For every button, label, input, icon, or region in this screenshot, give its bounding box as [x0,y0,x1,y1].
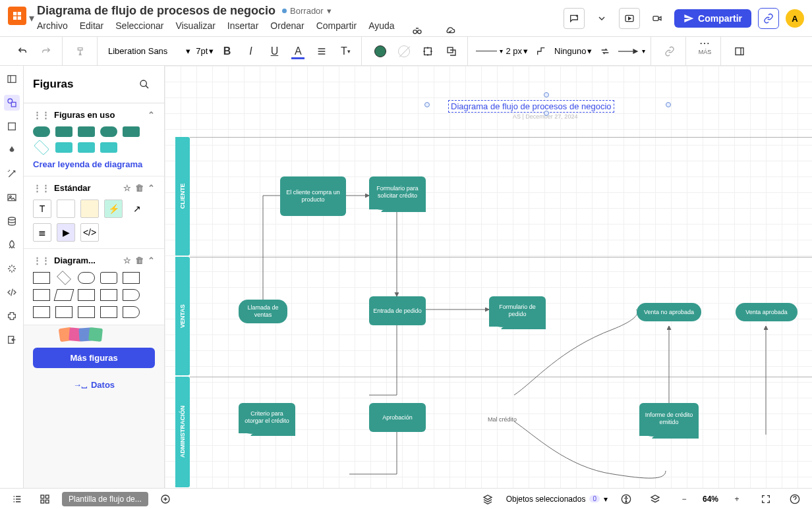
lane-ventas[interactable]: VENTAS [175,257,190,375]
layers-icon[interactable] [477,489,498,510]
no-fill-button[interactable] [393,41,415,62]
underline-button[interactable]: U [264,41,285,62]
rail-rocket-icon[interactable] [4,237,20,253]
node-venta-no-aprobada[interactable]: Venta no aprobada [637,303,701,321]
rail-container-icon[interactable] [4,119,20,134]
text-color-button[interactable]: A [287,41,308,62]
shape-swatch[interactable] [78,142,95,153]
flow-shape[interactable] [78,272,95,284]
list-tool[interactable]: ≣ [33,223,51,242]
drag-handle-icon[interactable]: ⋮⋮ [33,255,50,265]
copy-link-button[interactable] [758,8,779,29]
flow-shape[interactable] [33,272,50,284]
line-tool[interactable]: ↗ [128,200,146,218]
zoom-out-button[interactable]: − [674,489,695,510]
bold-button[interactable]: B [216,41,237,62]
node-formulario-pedido[interactable]: Formulario de pedido [489,296,546,325]
node-llamada-ventas[interactable]: Llamada de ventas [239,300,287,323]
redo-button[interactable] [36,41,57,62]
outline-view-icon[interactable] [7,489,28,510]
node-entrada-pedido[interactable]: Entrada de pedido [369,296,426,325]
trash-icon[interactable]: 🗑 [135,255,144,265]
document-title[interactable]: Diagrama de flujo de procesos de negocio [37,4,276,18]
rail-plugin-icon[interactable] [4,308,20,324]
node-informe-credito[interactable]: Informe de crédito emitido [639,403,699,435]
help-button[interactable] [784,489,805,510]
rail-panel-icon[interactable] [4,71,20,87]
font-size-select[interactable]: 7pt▾ [196,46,214,56]
flow-shape[interactable] [100,289,117,301]
add-page-button[interactable] [155,489,176,510]
flow-shape[interactable] [123,306,140,318]
rect-tool[interactable] [57,200,75,218]
collapse-icon[interactable]: ⌃ [148,183,155,193]
shape-swatch[interactable] [55,142,72,153]
rail-sparkle-icon[interactable] [4,261,20,277]
zoom-level[interactable]: 64% [703,495,718,504]
lane-admin[interactable]: ADMINISTRACIÓN [175,377,190,487]
node-cliente-compra[interactable]: El cliente compra un producto [280,176,346,216]
collapse-icon[interactable]: ⌃ [148,255,155,265]
flow-shape[interactable] [100,306,117,318]
drag-handle-icon[interactable]: ⋮⋮ [33,183,50,193]
shape-options-button[interactable] [417,41,438,62]
undo-button[interactable] [12,41,33,62]
media-tool[interactable]: ▶ [57,223,75,242]
rail-import-icon[interactable] [4,332,20,348]
selection-handle[interactable] [544,111,549,116]
node-criterio-credito[interactable]: Criterio para otorgar el crédito [239,403,295,432]
record-button[interactable] [647,8,668,29]
flow-shape[interactable] [57,271,71,285]
zoom-in-button[interactable]: + [726,489,747,510]
selection-handle[interactable] [544,92,549,97]
text-tool[interactable]: T [33,200,51,218]
star-icon[interactable]: ☆ [123,183,131,193]
fill-color-button[interactable] [370,41,391,62]
accessibility-icon[interactable] [616,489,637,510]
flow-shape[interactable] [123,289,140,301]
shape-swatch[interactable] [100,142,117,153]
shape-swatch[interactable] [78,126,95,137]
comments-button[interactable] [564,8,585,29]
avatar[interactable]: A [786,9,804,28]
status-badge[interactable]: Borrador ▾ [282,6,332,16]
flow-shape[interactable] [100,272,117,284]
shape-swatch[interactable] [55,126,72,137]
node-venta-aprobada[interactable]: Venta aprobada [736,303,798,321]
shape-swatch[interactable] [34,140,49,155]
right-panel-toggle[interactable] [729,41,750,62]
page-tab[interactable]: Plantilla de flujo de... [62,492,148,506]
node-aprobacion[interactable]: Aprobación [369,403,426,432]
share-button[interactable]: Compartir [674,9,751,28]
grid-view-icon[interactable] [34,489,55,510]
shape-swatch[interactable] [33,126,50,137]
rail-database-icon[interactable] [4,213,20,229]
stroke-width-select[interactable]: 2 px ▾ [506,46,528,56]
line-swap-button[interactable] [594,41,616,62]
selection-handle[interactable] [424,102,430,107]
search-icon[interactable] [134,74,155,95]
flow-shape[interactable] [33,289,50,301]
flow-shape[interactable] [33,306,50,318]
font-select[interactable]: Liberation Sans▾ [105,45,193,57]
drag-handle-icon[interactable]: ⋮⋮ [33,110,50,120]
layers-stack-icon[interactable] [645,489,666,510]
line-start-select[interactable]: Ninguno ▾ [554,46,592,56]
lane-cliente[interactable]: CLIENTE [175,137,190,255]
link-button[interactable] [659,41,680,62]
format-painter-button[interactable] [71,41,92,62]
action-tool[interactable]: ⚡ [104,200,123,218]
comments-chevron-icon[interactable] [591,8,612,29]
align-button[interactable] [311,41,332,62]
text-options-button[interactable]: T▾ [335,41,356,62]
rail-magic-icon[interactable] [4,166,20,182]
star-icon[interactable]: ☆ [123,255,131,265]
more-shapes-button[interactable]: Más figuras [33,348,155,368]
data-link[interactable]: →⎵ Datos [24,373,164,396]
shape-swatch[interactable] [123,126,140,137]
rail-ink-icon[interactable] [4,142,20,158]
layers-button[interactable] [441,41,462,62]
selection-handle[interactable] [666,102,671,107]
collapse-icon[interactable]: ⌃ [148,110,155,120]
line-routing-button[interactable] [531,41,552,62]
